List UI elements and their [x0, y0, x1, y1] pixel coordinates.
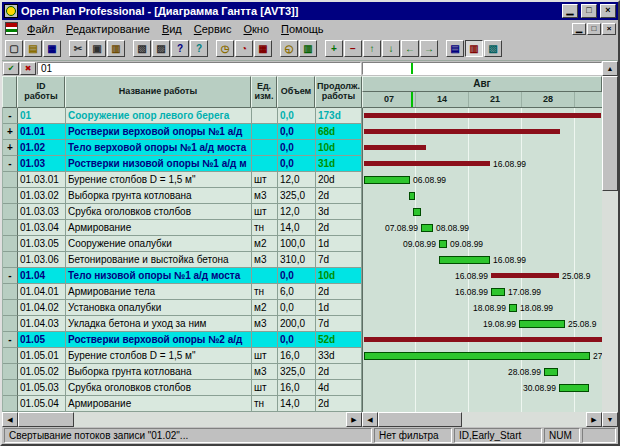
cell-duration[interactable]: 2d — [316, 364, 362, 380]
cell-id[interactable]: 01.03.05 — [18, 236, 66, 252]
menu-item-view[interactable]: Вид — [156, 22, 188, 36]
outdent-button[interactable]: ← — [401, 40, 419, 57]
clock-button[interactable]: ◵ — [280, 40, 298, 57]
cell-name[interactable]: Выборка грунта котлована — [66, 364, 252, 380]
cell-name[interactable]: Армирование тела — [66, 284, 252, 300]
confirm-button[interactable]: ✔ — [3, 62, 19, 75]
time-analysis-button[interactable]: ◷ — [216, 40, 234, 57]
cell-id[interactable]: 01.05.03 — [18, 380, 66, 396]
cell-volume[interactable]: 14,0 — [278, 396, 316, 412]
cell-id[interactable]: 01.04.02 — [18, 300, 66, 316]
resource-analysis-button[interactable]: ◔ — [235, 40, 253, 57]
expand-toggle[interactable]: - — [3, 108, 18, 124]
paste-button[interactable]: ▥ — [107, 40, 125, 57]
cell-duration[interactable]: 10d — [316, 268, 362, 284]
cell-volume[interactable]: 0,0 — [278, 268, 316, 284]
cell-volume[interactable]: 12,0 — [278, 172, 316, 188]
summary-bar[interactable] — [364, 161, 490, 166]
maximize-button[interactable]: □ — [581, 4, 597, 18]
cell-duration[interactable]: 52d — [316, 332, 362, 348]
table-row-01.05.01[interactable]: 01.05.01Бурение столбов D = 1,5 м"шт16,0… — [3, 348, 362, 364]
cut-button[interactable]: ✂ — [69, 40, 87, 57]
table-row-01.02[interactable]: +01.02Тело верховой опоры №1 а/д моста0,… — [3, 140, 362, 156]
scroll-down-button[interactable]: ▼ — [602, 412, 618, 427]
table-row-01.03.06[interactable]: 01.03.06Бетонирование и выстойка бетонам… — [3, 252, 362, 268]
cell-id[interactable]: 01.05 — [18, 332, 66, 348]
copy-button[interactable]: ▣ — [88, 40, 106, 57]
table-row-01.01[interactable]: +01.01Ростверки верховой опоры №1 а/д0,0… — [3, 124, 362, 140]
table-row-01.05.02[interactable]: 01.05.02Выборка грунта котлованам3325,02… — [3, 364, 362, 380]
cell-id[interactable]: 01.03.04 — [18, 220, 66, 236]
expand-toggle[interactable]: - — [3, 332, 18, 348]
cell-duration[interactable]: 7d — [316, 316, 362, 332]
header-id[interactable]: ID работы — [17, 76, 65, 108]
vscroll-track[interactable] — [602, 76, 618, 412]
task-bar[interactable] — [439, 256, 490, 264]
header-unit[interactable]: Ед. изм. — [251, 76, 277, 108]
table-row-01.05.03[interactable]: 01.05.03Срубка оголовков столбовшт16,04d — [3, 380, 362, 396]
cell-volume[interactable]: 6,0 — [278, 284, 316, 300]
task-bar[interactable] — [491, 288, 505, 296]
cell-duration[interactable]: 173d — [316, 108, 362, 124]
menu-item-service[interactable]: Сервис — [188, 22, 238, 36]
task-bar[interactable] — [439, 240, 447, 248]
table-row-01.05.04[interactable]: 01.05.04Армированиетн14,02d — [3, 396, 362, 412]
gantt-month-header[interactable]: Авг — [362, 76, 602, 92]
gantt-hscroll-thumb[interactable] — [378, 412, 462, 427]
summary-bar[interactable] — [364, 113, 601, 118]
cell-name[interactable]: Ростверки верховой опоры №1 а/д — [66, 124, 252, 140]
table-row-01.03.02[interactable]: 01.03.02Выборка грунта котлованам3325,02… — [3, 188, 362, 204]
cell-volume[interactable]: 100,0 — [278, 236, 316, 252]
cell-duration[interactable]: 4d — [316, 380, 362, 396]
cell-id[interactable]: 01.03.01 — [18, 172, 66, 188]
table-row-01.04.01[interactable]: 01.04.01Армирование телатн6,02d — [3, 284, 362, 300]
task-bar[interactable] — [544, 368, 558, 376]
print-preview-button[interactable]: ▨ — [152, 40, 170, 57]
cell-name[interactable]: Сооружение опалубки — [66, 236, 252, 252]
task-bar[interactable] — [413, 208, 421, 216]
task-bar[interactable] — [559, 384, 589, 392]
minimize-button[interactable]: ▁ — [562, 4, 578, 18]
cell-unit[interactable]: м2 — [252, 300, 278, 316]
cell-duration[interactable]: 2d — [316, 188, 362, 204]
cell-unit[interactable]: тн — [252, 284, 278, 300]
task-bar[interactable] — [409, 192, 415, 200]
cell-id[interactable]: 01.05.01 — [18, 348, 66, 364]
table-row-01.03.05[interactable]: 01.03.05Сооружение опалубким2100,01d — [3, 236, 362, 252]
open-button[interactable]: ▤ — [24, 40, 42, 57]
cell-unit[interactable] — [252, 124, 278, 140]
cell-id[interactable]: 01.03.03 — [18, 204, 66, 220]
indent-button[interactable]: → — [420, 40, 438, 57]
expand-toggle[interactable]: + — [3, 124, 18, 140]
expand-toggle[interactable]: - — [3, 156, 18, 172]
cell-volume[interactable]: 14,0 — [278, 220, 316, 236]
mdi-close-button[interactable]: × — [602, 23, 616, 35]
header-volume[interactable]: Объем — [277, 76, 315, 108]
table-row-01.04.03[interactable]: 01.04.03Укладка бетона и уход за нимм320… — [3, 316, 362, 332]
close-button[interactable]: × — [600, 4, 616, 18]
cell-name[interactable]: Ростверки верховой опоры №2 а/д — [66, 332, 252, 348]
calendar-button[interactable]: ▦ — [254, 40, 272, 57]
cell-name[interactable]: Армирование — [66, 220, 252, 236]
cell-unit[interactable] — [252, 332, 278, 348]
delete-row-button[interactable]: − — [344, 40, 362, 57]
cell-unit[interactable]: тн — [252, 220, 278, 236]
print-button[interactable]: ▧ — [133, 40, 151, 57]
cell-name[interactable]: Бурение столбов D = 1,5 м" — [66, 348, 252, 364]
cell-duration[interactable]: 10d — [316, 140, 362, 156]
cell-volume[interactable]: 16,0 — [278, 380, 316, 396]
move-down-button[interactable]: ↓ — [382, 40, 400, 57]
cell-id[interactable]: 01.04.01 — [18, 284, 66, 300]
cell-unit[interactable]: шт — [252, 348, 278, 364]
cell-volume[interactable]: 310,0 — [278, 252, 316, 268]
cell-unit[interactable] — [252, 108, 278, 124]
context-help-button[interactable]: ? — [190, 40, 208, 57]
cell-volume[interactable]: 0,0 — [278, 108, 316, 124]
menu-item-edit[interactable]: Редактирование — [60, 22, 156, 36]
table-row-01.03.03[interactable]: 01.03.03Срубка оголовков столбовшт12,03d — [3, 204, 362, 220]
task-bar[interactable] — [364, 352, 590, 360]
cell-duration[interactable]: 2d — [316, 220, 362, 236]
cell-duration[interactable]: 2d — [316, 396, 362, 412]
cell-name[interactable]: Ростверки низовой опоры №1 а/д м — [66, 156, 252, 172]
scroll-left-button[interactable]: ◀ — [2, 412, 18, 427]
